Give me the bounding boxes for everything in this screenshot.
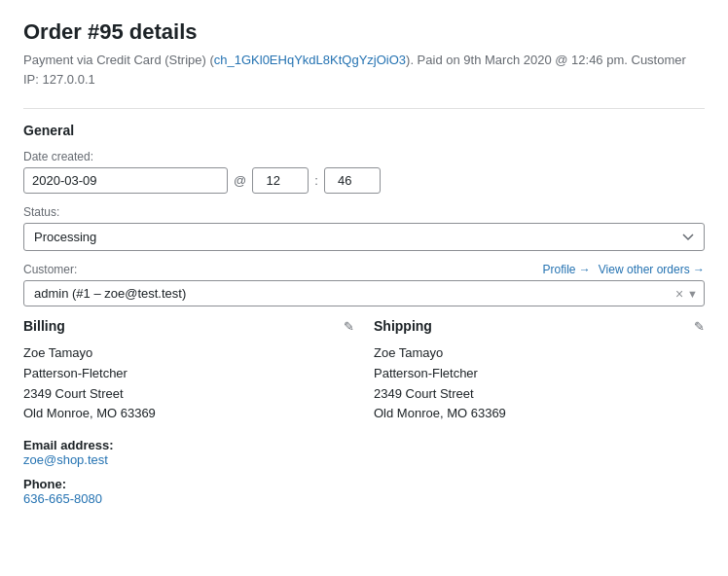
billing-address: Zoe Tamayo Patterson-Fletcher 2349 Court… [23,343,354,424]
customer-row: Customer: Profile → View other orders → … [23,263,705,306]
billing-column: Billing ✎ Zoe Tamayo Patterson-Fletcher … [23,318,354,506]
date-input[interactable] [23,167,228,194]
shipping-column: Shipping ✎ Zoe Tamayo Patterson-Fletcher… [374,318,705,506]
date-created-row: Date created: @ : [23,150,705,194]
billing-email-group: Email address: zoe@shop.test [23,438,354,467]
billing-phone-link[interactable]: 636-665-8080 [23,491,102,506]
billing-title: Billing [23,318,65,334]
payment-info: Payment via Credit Card (Stripe) (ch_1GK… [23,51,705,89]
billing-company: Patterson-Fletcher [23,364,354,384]
shipping-name: Zoe Tamayo [374,343,705,364]
customer-label: Customer: [23,263,77,276]
customer-links: Profile → View other orders → [542,263,705,276]
general-section-title: General [23,108,705,138]
shipping-header: Shipping ✎ [374,318,705,334]
billing-shipping-grid: Billing ✎ Zoe Tamayo Patterson-Fletcher … [23,318,705,506]
billing-address1: 2349 Court Street [23,384,354,405]
shipping-edit-icon[interactable]: ✎ [694,319,705,334]
customer-actions: × ▼ [675,287,698,301]
billing-email-value: zoe@shop.test [23,452,354,467]
customer-select-wrap: admin (#1 – zoe@test.test) × ▼ [23,280,705,306]
date-time-inputs: @ : [23,167,705,194]
stripe-transaction-link[interactable]: ch_1GKl0EHqYkdL8KtQgYzjOiO3 [214,53,406,67]
billing-edit-icon[interactable]: ✎ [344,319,354,334]
billing-email-label: Email address: [23,438,354,452]
billing-name: Zoe Tamayo [23,343,354,364]
clear-customer-button[interactable]: × [675,287,683,301]
billing-header: Billing ✎ [23,318,354,334]
billing-phone-group: Phone: 636-665-8080 [23,477,354,506]
customer-dropdown-button[interactable]: ▼ [687,288,698,300]
billing-phone-value: 636-665-8080 [23,491,354,506]
customer-value: admin (#1 – zoe@test.test) [34,286,674,301]
status-row: Status: Pending payment Processing On ho… [23,205,705,251]
profile-link[interactable]: Profile → [542,263,590,276]
shipping-address: Zoe Tamayo Patterson-Fletcher 2349 Court… [374,343,705,424]
shipping-address1: 2349 Court Street [374,384,705,405]
colon: : [314,173,318,188]
billing-email-link[interactable]: zoe@shop.test [23,452,108,467]
at-symbol: @ [234,173,246,188]
shipping-city-state-zip: Old Monroe, MO 63369 [374,404,705,424]
billing-phone-label: Phone: [23,477,354,491]
hour-input[interactable] [252,167,309,194]
customer-label-row: Customer: Profile → View other orders → [23,263,705,276]
payment-info-prefix: Payment via Credit Card (Stripe) ( [23,53,214,67]
billing-city-state-zip: Old Monroe, MO 63369 [23,404,354,424]
view-other-orders-link[interactable]: View other orders → [599,263,705,276]
minute-input[interactable] [324,167,381,194]
shipping-company: Patterson-Fletcher [374,364,705,384]
status-select[interactable]: Pending payment Processing On hold Compl… [23,223,705,251]
status-label: Status: [23,205,705,219]
page-title: Order #95 details [23,19,705,45]
date-label: Date created: [23,150,705,163]
shipping-title: Shipping [374,318,432,334]
